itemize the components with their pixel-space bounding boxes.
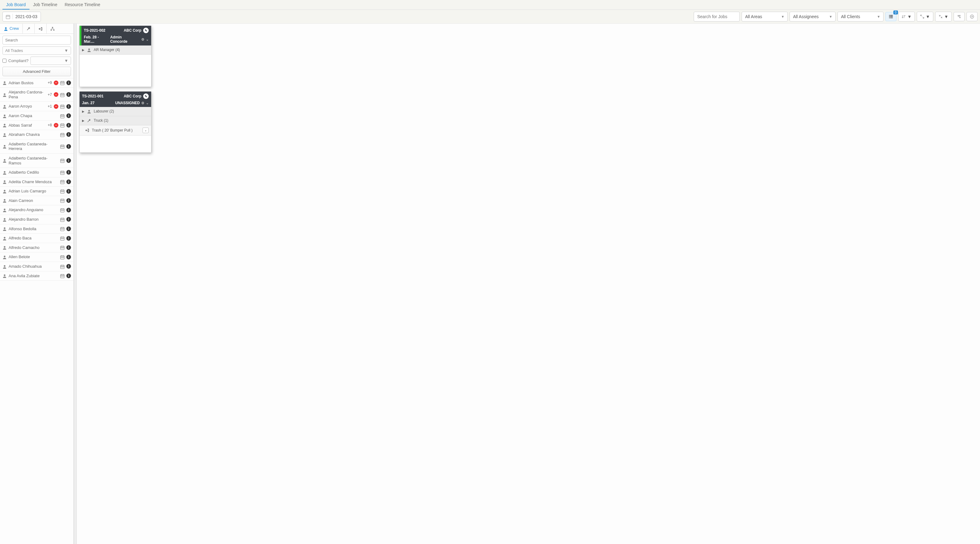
date-picker[interactable]: 2021-03-03 xyxy=(2,12,41,22)
calendar-icon[interactable] xyxy=(60,274,65,278)
crew-item[interactable]: Ana Avila Zubiatei xyxy=(0,271,73,281)
list-view-button[interactable]: 0 xyxy=(885,12,896,21)
calendar-icon[interactable] xyxy=(60,144,65,149)
calendar-icon[interactable] xyxy=(60,227,65,231)
crew-item[interactable]: Adalberto Castaneda-Ramosi xyxy=(0,154,73,168)
settings-button[interactable] xyxy=(954,12,965,21)
search-jobs-input[interactable] xyxy=(694,12,740,22)
assignees-select[interactable]: All Assignees▼ xyxy=(789,12,835,22)
crew-item[interactable]: Adelita Charre Mendozai xyxy=(0,177,73,187)
slot-dropdown[interactable]: ⌄ xyxy=(143,128,149,133)
calendar-icon[interactable] xyxy=(60,92,65,97)
calendar-icon[interactable] xyxy=(60,217,65,222)
calendar-icon[interactable] xyxy=(60,236,65,241)
info-icon[interactable]: i xyxy=(66,198,71,203)
info-icon[interactable]: i xyxy=(66,264,71,269)
calendar-icon[interactable] xyxy=(60,245,65,250)
sidebar-tab-tools[interactable] xyxy=(23,24,35,34)
trades-select[interactable]: All Trades ▼ xyxy=(2,46,71,55)
crew-item[interactable]: Abbas Sarraf+8−i xyxy=(0,121,73,130)
crew-item[interactable]: Alain Carreoni xyxy=(0,196,73,206)
sidebar-tab-import[interactable] xyxy=(35,24,47,34)
info-icon[interactable]: i xyxy=(66,227,71,231)
info-icon[interactable]: i xyxy=(66,208,71,212)
areas-select[interactable]: All Areas▼ xyxy=(741,12,788,22)
info-icon[interactable]: i xyxy=(66,92,71,97)
info-icon[interactable]: i xyxy=(66,189,71,194)
crew-item[interactable]: Amado Chihuahuai xyxy=(0,262,73,271)
chevron-down-icon[interactable]: ⌄ xyxy=(146,37,149,41)
calendar-icon[interactable] xyxy=(60,132,65,137)
job-slot[interactable]: ▶Labourer (2) xyxy=(80,107,151,116)
calendar-icon[interactable] xyxy=(60,179,65,184)
crew-item[interactable]: Aaron Arroyo+1−i xyxy=(0,102,73,111)
advanced-filter-button[interactable]: Advanced Filter xyxy=(2,67,71,76)
crew-item[interactable]: Alejandro Cardona-Pena+7−i xyxy=(0,88,73,102)
info-icon[interactable]: i xyxy=(66,158,71,163)
crew-item[interactable]: Alfonso Bedollai xyxy=(0,224,73,234)
gear-icon[interactable]: ⚙ xyxy=(141,101,145,105)
calendar-icon[interactable] xyxy=(60,123,65,128)
calendar-icon[interactable] xyxy=(60,170,65,175)
job-card[interactable]: TS-2021-001ABC Corp✎Jan. 27UNASSIGNED⚙⌄▶… xyxy=(79,91,151,153)
expand-icon[interactable]: ▶ xyxy=(82,110,84,113)
calendar-icon[interactable] xyxy=(60,198,65,203)
info-icon[interactable]: i xyxy=(66,81,71,85)
crew-item[interactable]: Adalberto Castaneda-Herrerai xyxy=(0,140,73,154)
info-icon[interactable]: i xyxy=(66,236,71,241)
gear-icon[interactable]: ⚙ xyxy=(141,37,145,41)
expand-button[interactable]: ▼ xyxy=(917,12,933,22)
calendar-icon[interactable] xyxy=(60,104,65,109)
info-icon[interactable]: i xyxy=(66,179,71,184)
job-slot[interactable]: Trash ( 20' Bumper Pull )⌄ xyxy=(80,125,151,136)
expand-icon[interactable]: ▶ xyxy=(82,48,84,52)
crew-item[interactable]: Adrian Bustos+9−i xyxy=(0,78,73,88)
job-card[interactable]: TS-2021-002ABC Corp✎Feb. 28 - Mar....Adm… xyxy=(79,26,151,87)
clients-select[interactable]: All Clients▼ xyxy=(837,12,883,22)
info-icon[interactable]: i xyxy=(66,255,71,259)
info-icon[interactable]: i xyxy=(66,132,71,137)
crew-search-input[interactable] xyxy=(2,36,71,45)
crew-item[interactable]: Alejandro Barroni xyxy=(0,215,73,224)
info-icon[interactable]: i xyxy=(66,217,71,222)
crew-item[interactable]: Adalberto Cedilloi xyxy=(0,168,73,177)
crew-item[interactable]: Allen Belotei xyxy=(0,252,73,262)
sort-button[interactable]: ▼ xyxy=(898,12,915,22)
info-icon[interactable]: i xyxy=(66,144,71,149)
info-icon[interactable]: i xyxy=(66,274,71,278)
nav-tab[interactable]: Resource Timeline xyxy=(61,0,104,10)
calendar-icon[interactable] xyxy=(60,158,65,163)
calendar-icon[interactable] xyxy=(60,113,65,118)
crew-item[interactable]: Adrian Luis Camargoi xyxy=(0,187,73,196)
nav-tab[interactable]: Job Timeline xyxy=(30,0,61,10)
nav-tab[interactable]: Job Board xyxy=(2,0,30,10)
collapse-button[interactable]: ▼ xyxy=(935,12,952,22)
crew-list[interactable]: Adrian Bustos+9−iAlejandro Cardona-Pena+… xyxy=(0,78,73,544)
info-icon[interactable]: i xyxy=(66,123,71,128)
calendar-icon[interactable] xyxy=(60,254,65,259)
info-icon[interactable]: i xyxy=(66,245,71,250)
sidebar-tab-crew[interactable]: Crew xyxy=(0,24,23,34)
crew-item[interactable]: Alfredo Camachoi xyxy=(0,243,73,253)
expand-icon[interactable]: ▶ xyxy=(82,119,84,122)
info-icon[interactable]: i xyxy=(66,170,71,175)
calendar-icon[interactable] xyxy=(60,207,65,212)
job-slot[interactable]: ▶AR Manager (4) xyxy=(80,45,151,55)
info-icon[interactable]: i xyxy=(66,104,71,109)
pin-icon[interactable]: ✎ xyxy=(143,93,149,99)
job-slot[interactable]: ▶Truck (1) xyxy=(80,116,151,125)
splitter[interactable] xyxy=(74,24,77,544)
crew-item[interactable]: Abraham Chavirai xyxy=(0,130,73,140)
compliant-checkbox[interactable]: Compliant? xyxy=(2,58,29,63)
sidebar-tab-orgtree[interactable] xyxy=(47,24,58,34)
calendar-icon[interactable] xyxy=(60,189,65,194)
chevron-down-icon[interactable]: ⌄ xyxy=(146,101,149,105)
calendar-icon[interactable] xyxy=(60,264,65,269)
crew-item[interactable]: Alfredo Bacai xyxy=(0,234,73,243)
compliant-checkbox-input[interactable] xyxy=(2,59,6,63)
compliant-select[interactable]: ▼ xyxy=(30,57,71,65)
info-icon[interactable]: i xyxy=(66,113,71,118)
crew-item[interactable]: Alejandro Anguianoi xyxy=(0,205,73,215)
pin-icon[interactable]: ✎ xyxy=(143,28,149,33)
crew-item[interactable]: Aaron Chapai xyxy=(0,111,73,121)
